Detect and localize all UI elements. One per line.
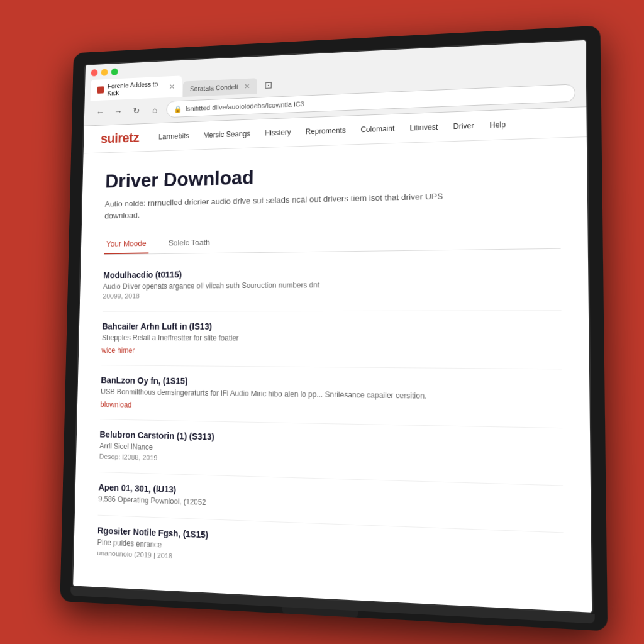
nav-item-larmebits[interactable]: Larmebits: [158, 131, 189, 141]
driver-link-2[interactable]: wice himer: [101, 346, 135, 355]
page-content: Driver Download Autio nolde: rnrnuclled …: [73, 137, 592, 613]
site-logo[interactable]: suiretz: [101, 130, 140, 147]
window-minimize-button[interactable]: [101, 69, 108, 76]
window-maximize-button[interactable]: [111, 68, 118, 75]
laptop-frame: Forenie Addess to Kick ✕ Soratala Condel…: [60, 25, 608, 631]
forward-button[interactable]: →: [111, 104, 125, 118]
driver-desc-1: Audio Diiver openats argance oli viicah …: [103, 278, 562, 292]
nav-item-driver[interactable]: Driver: [453, 121, 474, 131]
tab-close-icon[interactable]: ✕: [169, 82, 175, 91]
driver-name-1: Modulhacdio (t0115): [103, 265, 561, 280]
address-text: lsnifitted diive/auoiolodebs/lcowntia iC…: [186, 100, 304, 112]
refresh-button[interactable]: ↻: [130, 103, 143, 118]
nav-item-help[interactable]: Help: [489, 120, 506, 130]
driver-list: Modulhacdio (t0115) Audio Diiver openats…: [97, 248, 564, 591]
driver-link-3[interactable]: blownload: [100, 400, 131, 409]
driver-date-1: 20099, 2018: [103, 290, 561, 300]
nav-item-hisstery[interactable]: Hisstery: [265, 128, 291, 137]
driver-item-1: Modulhacdio (t0115) Audio Diiver openats…: [103, 255, 562, 311]
driver-item-3: BanLzon Oy fn, (1S15) USB Bonmilthous de…: [100, 365, 562, 428]
driver-name-2: Bahcailer Arhn Luft in (lS13): [102, 321, 562, 332]
browser-tab-inactive[interactable]: Soratala Condelt ✕: [183, 78, 257, 97]
nav-item-mersic[interactable]: Mersic Seangs: [203, 130, 250, 140]
tab-close-icon-2[interactable]: ✕: [244, 82, 250, 91]
tab-your-moode[interactable]: Your Moode: [104, 233, 149, 253]
nav-item-reproments[interactable]: Reproments: [306, 126, 346, 136]
lock-icon: 🔒: [174, 105, 182, 113]
new-tab-button[interactable]: ⊡: [258, 77, 279, 94]
back-button[interactable]: ←: [93, 105, 107, 119]
page-description: Autio nolde: rnrnuclled dricrier audio d…: [104, 189, 470, 222]
tab-label-active: Forenie Addess to Kick: [108, 80, 164, 96]
tab-solelc-toath[interactable]: Solelc Toath: [166, 232, 213, 253]
nav-item-litinvest[interactable]: Litinvest: [410, 123, 438, 132]
page-title: Driver Download: [105, 157, 560, 192]
laptop-screen: Forenie Addess to Kick ✕ Soratala Condel…: [72, 39, 593, 614]
nav-item-colomaint[interactable]: Colomaint: [360, 124, 394, 134]
home-button[interactable]: ⌂: [148, 103, 162, 117]
tab-favicon: [97, 86, 104, 94]
browser-tab-active[interactable]: Forenie Addess to Kick ✕: [91, 75, 182, 101]
driver-desc-2: Shepples Relall a Ineffrestter for slite…: [102, 333, 562, 345]
tab-label-inactive: Soratala Condelt: [190, 83, 238, 92]
driver-item-2: Bahcailer Arhn Luft in (lS13) Shepples R…: [101, 311, 562, 369]
window-close-button[interactable]: [91, 69, 97, 77]
